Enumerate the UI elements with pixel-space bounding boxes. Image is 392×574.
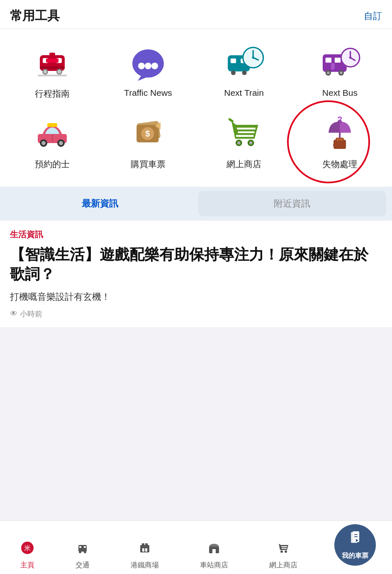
tabs-section: 最新資訊 附近資訊 <box>0 187 392 221</box>
svg-point-38 <box>349 56 352 59</box>
svg-point-6 <box>44 70 47 73</box>
nav-transport-label: 交通 <box>75 560 90 570</box>
svg-rect-73 <box>145 543 148 546</box>
svg-rect-9 <box>49 53 55 56</box>
svg-point-55 <box>237 141 241 145</box>
nav-home-label: 主頁 <box>20 560 34 570</box>
svg-point-80 <box>280 550 283 553</box>
svg-text:?: ? <box>337 115 342 124</box>
svg-text:$: $ <box>145 129 150 138</box>
nav-home[interactable]: 米 主頁 <box>16 541 39 570</box>
eye-icon: 👁 <box>10 309 17 318</box>
svg-point-8 <box>58 70 61 73</box>
next-bus-label: Next Bus <box>322 88 358 98</box>
news-section: 生活資訊 【智識生活】遊戲配樂有助保持專注力！原來關鍵在於歌詞？ 打機嘅音樂設計… <box>0 221 392 327</box>
nav-mtr-mall-label: 港鐵商場 <box>131 560 159 570</box>
grid-item-buy-ticket[interactable]: $ 購買車票 <box>105 108 192 174</box>
svg-point-41 <box>41 141 46 145</box>
page-title: 常用工具 <box>10 7 60 24</box>
nav-transport[interactable]: 交通 <box>71 541 94 570</box>
grid-item-taxi[interactable]: 預約的士 <box>9 108 96 174</box>
tab-nearby[interactable]: 附近資訊 <box>198 191 387 216</box>
svg-rect-3 <box>46 58 58 63</box>
svg-rect-10 <box>38 75 67 76</box>
taxi-icon <box>32 112 73 153</box>
grid-item-traffic-news[interactable]: Traffic News <box>105 37 192 104</box>
nav-mtr-mall[interactable]: 港鐵商場 <box>127 541 163 570</box>
tab-latest[interactable]: 最新資訊 <box>6 191 194 216</box>
online-shop-icon <box>223 112 265 153</box>
svg-point-81 <box>285 550 287 553</box>
bottom-nav: 米 主頁 交通 港鐵商場 車站商店 網上商店 我的車票 <box>0 520 392 574</box>
news-meta: 👁 小時前 <box>10 309 382 319</box>
svg-rect-17 <box>231 58 236 63</box>
svg-rect-77 <box>212 549 216 553</box>
grid-item-next-train[interactable]: Next Train <box>200 37 287 104</box>
svg-rect-66 <box>78 545 87 552</box>
svg-rect-45 <box>47 123 57 127</box>
svg-point-12 <box>138 63 145 69</box>
grid-item-journey-guide[interactable]: 行程指南 <box>9 37 96 104</box>
mall-icon <box>138 541 152 559</box>
svg-rect-71 <box>140 545 149 552</box>
lost-found-icon: ? <box>319 112 360 153</box>
svg-rect-27 <box>326 58 331 63</box>
nav-station-shop[interactable]: 車站商店 <box>196 541 232 570</box>
news-subtitle: 打機嘅音樂設計有玄機！ <box>10 291 382 303</box>
svg-point-25 <box>252 56 255 59</box>
svg-point-13 <box>145 63 151 69</box>
cart-nav-icon <box>276 541 290 559</box>
buy-ticket-label: 購買車票 <box>131 158 166 170</box>
grid-row-2: 預約的士 $ 購買車票 <box>4 108 388 174</box>
svg-point-33 <box>340 71 343 74</box>
svg-rect-72 <box>142 543 144 546</box>
next-bus-icon <box>319 41 360 83</box>
svg-rect-74 <box>142 548 144 552</box>
grid-row-1: 行程指南 Traffic News <box>4 37 388 104</box>
station-shop-icon <box>207 541 221 559</box>
journey-guide-label: 行程指南 <box>35 88 70 100</box>
toolbar: 常用工具 自訂 <box>0 0 392 29</box>
svg-rect-4 <box>40 66 65 69</box>
ticket-fab-icon <box>347 530 363 550</box>
svg-rect-68 <box>84 546 86 548</box>
svg-point-31 <box>327 71 330 74</box>
svg-rect-75 <box>145 548 147 552</box>
next-train-icon <box>223 41 265 83</box>
svg-point-43 <box>59 141 63 145</box>
svg-point-70 <box>84 551 86 553</box>
my-ticket-fab[interactable]: 我的車票 <box>334 524 376 566</box>
transport-icon <box>75 541 90 559</box>
my-ticket-fab-label: 我的車票 <box>342 552 368 560</box>
nav-online-shop-label: 網上商店 <box>269 560 297 570</box>
traffic-news-label: Traffic News <box>124 88 172 98</box>
next-train-label: Next Train <box>224 88 264 98</box>
svg-rect-28 <box>335 58 341 63</box>
svg-point-57 <box>249 141 253 145</box>
svg-point-69 <box>79 551 81 553</box>
svg-point-20 <box>242 71 247 75</box>
journey-guide-icon <box>32 41 73 83</box>
svg-text:米: 米 <box>24 545 31 552</box>
svg-rect-67 <box>79 546 81 548</box>
grid-item-online-shop[interactable]: 網上商店 <box>200 108 287 174</box>
online-shop-label: 網上商店 <box>226 158 261 170</box>
news-time: 小時前 <box>20 309 42 319</box>
nav-online-shop[interactable]: 網上商店 <box>265 541 302 570</box>
news-category: 生活資訊 <box>10 229 382 240</box>
svg-point-19 <box>231 71 236 75</box>
svg-marker-15 <box>138 76 148 81</box>
traffic-news-icon <box>127 41 169 83</box>
svg-rect-29 <box>331 63 335 70</box>
grid-item-lost-found[interactable]: ? 失物處理 <box>296 108 383 174</box>
svg-point-14 <box>151 63 158 69</box>
tools-grid: 行程指南 Traffic News <box>0 29 392 187</box>
taxi-label: 預約的士 <box>35 158 70 170</box>
news-title[interactable]: 【智識生活】遊戲配樂有助保持專注力！原來關鍵在於歌詞？ <box>10 245 382 284</box>
grid-item-next-bus[interactable]: Next Bus <box>296 37 383 104</box>
customize-button[interactable]: 自訂 <box>364 10 382 22</box>
buy-ticket-icon: $ <box>127 112 169 153</box>
lost-found-label: 失物處理 <box>322 158 357 170</box>
nav-station-shop-label: 車站商店 <box>200 560 228 570</box>
home-icon: 米 <box>20 541 34 559</box>
